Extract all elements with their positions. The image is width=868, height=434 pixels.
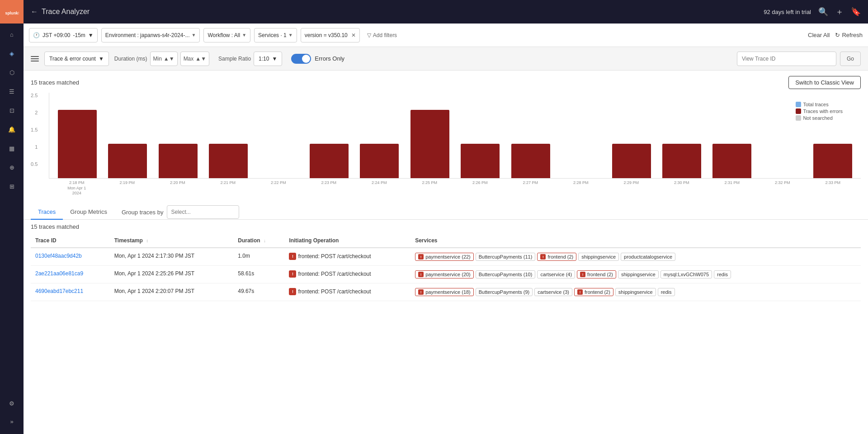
service-error-icon-0-2: ! (540, 254, 546, 259)
x-label-11: 2:29 PM (607, 180, 656, 196)
version-close-icon[interactable]: ✕ (351, 32, 356, 38)
x-label-7: 2:25 PM (406, 180, 454, 196)
service-badge-2-1[interactable]: ButtercupPayments (9) (476, 288, 533, 296)
add-filter-button[interactable]: ▽ Add filters (363, 30, 401, 40)
col-services[interactable]: Services (410, 234, 861, 248)
tabs-section: Traces Group Metrics Group traces by (24, 201, 868, 220)
add-filter-label: Add filters (373, 32, 397, 38)
x-label-15: 2:33 PM (809, 180, 858, 196)
sidebar-item-home[interactable]: ⌂ (2, 25, 22, 43)
sidebar-item-synth[interactable]: ⊡ (2, 101, 22, 119)
bar-fill-8 (461, 144, 500, 178)
col-timestamp[interactable]: Timestamp ↕ (110, 234, 234, 248)
service-name-1-4: shippingservice (621, 272, 656, 277)
service-badge-1-6[interactable]: redis (714, 270, 731, 278)
service-badge-2-2[interactable]: cartservice (3) (534, 288, 572, 296)
table-header: Trace ID Timestamp ↕ Duration ↓ Initiati… (31, 234, 861, 248)
service-badge-0-1[interactable]: ButtercupPayments (11) (476, 253, 536, 261)
sample-ratio-value: 1:10 (259, 56, 269, 62)
search-icon[interactable]: 🔍 (818, 7, 828, 17)
service-badge-0-0[interactable]: !paymentservice (22) (415, 253, 474, 261)
error-icon-1: ! (289, 270, 296, 278)
time-chevron-icon: ▼ (88, 32, 94, 38)
group-by-input[interactable] (167, 205, 239, 219)
tab-group-metrics[interactable]: Group Metrics (63, 205, 114, 220)
service-badge-0-4[interactable]: productcatalogservice (621, 253, 675, 261)
min-input[interactable]: Min ▲▼ (150, 52, 178, 66)
service-badge-1-3[interactable]: !frontend (2) (577, 270, 616, 278)
service-badge-1-2[interactable]: cartservice (4) (537, 270, 575, 278)
sidebar-item-logs[interactable]: ☰ (2, 82, 22, 100)
trace-id-link-0[interactable]: 0130ef48aac9d42b (35, 253, 82, 259)
services-filter[interactable]: Services · 1 ▼ (254, 28, 297, 42)
chart-x-labels: 2:18 PM Mon Apr 1 20242:19 PM2:20 PM2:21… (49, 179, 861, 196)
back-button[interactable]: ← (31, 8, 38, 16)
main-content: ← Trace Analyzer 92 days left in trial 🔍… (24, 0, 868, 434)
workflow-filter[interactable]: Workflow : All ▼ (203, 28, 250, 42)
cell-operation-1: !frontend: POST /cart/checkout (284, 266, 410, 283)
refresh-label: Refresh (842, 32, 863, 38)
col-duration[interactable]: Duration ↓ (233, 234, 284, 248)
sidebar-bottom: ⚙ » (0, 394, 24, 434)
sidebar: splunk> ⌂ ◈ ⬡ ☰ ⊡ 🔔 ▦ ⊕ ⊞ ⚙ » (0, 0, 24, 434)
clock-icon: 🕐 (33, 32, 40, 38)
filter-bar-right: Clear All ↻ Refresh (808, 32, 863, 38)
traces-table: Trace ID Timestamp ↕ Duration ↓ Initiati… (31, 234, 861, 301)
view-trace-input[interactable] (737, 52, 836, 66)
cell-duration-1: 58.61s (233, 266, 284, 283)
environment-filter[interactable]: Environment : japanws-s4r-2024-... ▼ (101, 28, 200, 42)
trace-id-link-2[interactable]: 4690eabd17ebc211 (35, 288, 83, 294)
sample-ratio-dropdown[interactable]: 1:10 ▼ (254, 52, 282, 66)
duration-sort-icon: ↓ (264, 238, 266, 243)
service-badge-2-0[interactable]: !paymentservice (18) (415, 288, 474, 296)
clear-all-button[interactable]: Clear All (808, 32, 830, 38)
errors-only-toggle[interactable]: Errors Only (291, 54, 344, 64)
sidebar-item-alerts[interactable]: 🔔 (2, 120, 22, 138)
go-button[interactable]: Go (840, 52, 861, 66)
sidebar-item-apm[interactable]: ◈ (2, 44, 22, 62)
col-trace-id[interactable]: Trace ID (31, 234, 110, 248)
sidebar-item-tags[interactable]: ⊕ (2, 158, 22, 176)
service-badge-0-2[interactable]: !frontend (2) (537, 253, 576, 261)
workflow-chevron-icon: ▼ (242, 33, 246, 38)
trace-id-link-1[interactable]: 2ae221aa06e81ca9 (35, 270, 83, 277)
tab-traces[interactable]: Traces (31, 205, 63, 220)
sidebar-item-data[interactable]: ⊞ (2, 177, 22, 195)
service-badge-1-5[interactable]: mysql:LxvGChW075 (660, 270, 712, 278)
service-badge-0-3[interactable]: shippingservice (578, 253, 619, 261)
logo[interactable]: splunk> (0, 0, 24, 24)
bar-0 (53, 93, 101, 178)
col-operation[interactable]: Initiating Operation (284, 234, 410, 248)
service-badge-2-5[interactable]: redis (658, 288, 675, 296)
refresh-button[interactable]: ↻ Refresh (835, 32, 863, 38)
max-input[interactable]: Max ▲▼ (180, 52, 209, 66)
service-badge-2-4[interactable]: shippingservice (615, 288, 656, 296)
sidebar-expand-btn[interactable]: » (0, 414, 24, 429)
classic-view-button[interactable]: Switch to Classic View (788, 76, 861, 89)
chart-header: 15 traces matched Switch to Classic View (31, 76, 861, 89)
service-badge-2-3[interactable]: !frontend (2) (574, 288, 613, 296)
cell-duration-0: 1.0m (233, 248, 284, 266)
bookmark-icon[interactable]: 🔖 (851, 7, 861, 17)
x-label-4: 2:22 PM (254, 180, 303, 196)
bar-13 (708, 93, 756, 178)
time-filter[interactable]: 🕐 JST +09:00 -15m ▼ (29, 28, 98, 42)
bar-2 (154, 93, 202, 178)
service-badge-1-0[interactable]: !paymentservice (20) (415, 270, 474, 278)
service-name-0-0: paymentservice (22) (425, 254, 471, 259)
sidebar-item-dashboards[interactable]: ▦ (2, 139, 22, 157)
service-badge-1-1[interactable]: ButtercupPayments (10) (476, 270, 536, 278)
sort-dropdown[interactable]: Trace & error count ▼ (44, 52, 109, 66)
y-label-2-5: 2.5 (31, 93, 38, 98)
service-badge-1-4[interactable]: shippingservice (618, 270, 659, 278)
version-filter[interactable]: version = v350.10 ✕ (301, 28, 360, 42)
min-chevron-icon: ▲▼ (164, 56, 175, 62)
timezone-label: JST +09:00 (42, 32, 71, 38)
x-label-5: 2:23 PM (305, 180, 354, 196)
cell-trace-id-1: 2ae221aa06e81ca9 (31, 266, 110, 283)
hamburger-menu[interactable] (31, 56, 39, 61)
toggle-switch[interactable] (291, 54, 311, 64)
sidebar-item-infra[interactable]: ⬡ (2, 63, 22, 81)
add-icon[interactable]: ＋ (835, 6, 844, 17)
sidebar-item-settings[interactable]: ⚙ (2, 394, 22, 412)
